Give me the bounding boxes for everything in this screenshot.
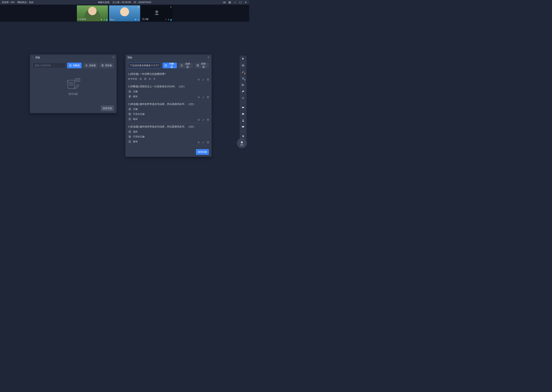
close-icon[interactable] (112, 56, 115, 59)
save-button[interactable]: 保存试卷 (196, 149, 209, 155)
quiz-name-input[interactable] (33, 63, 65, 68)
video-row: 叮当老师 × Nina × 王小明 (0, 5, 249, 22)
quiz-panel-empty: 测验 判断题 选择题 简答题 (30, 55, 116, 113)
add-judge-button[interactable]: 判断题 (67, 63, 82, 68)
participant-name: 叮当老师 (78, 18, 86, 21)
option[interactable]: A是的 (128, 130, 209, 133)
edit-icon[interactable] (202, 119, 205, 121)
person-icon[interactable] (240, 118, 246, 123)
option-text: 正确 (133, 108, 138, 111)
raise-hand-badge[interactable]: 0/2 (237, 138, 247, 148)
quiz-panel: 测验 判断题 选择题 简答题 1 [简答题] 一年四季分别是哪四季?参考答案：春… (125, 55, 212, 157)
option-text: 错译 (133, 140, 138, 143)
eraser-icon[interactable] (240, 89, 246, 94)
video-tile[interactable]: 叮当老师 (77, 5, 108, 21)
add-choice-button[interactable]: 选择题 (83, 63, 98, 68)
delete-icon[interactable] (207, 141, 209, 144)
maximize-icon[interactable] (239, 1, 242, 4)
option-text: 正确 (133, 90, 138, 93)
edit-icon[interactable] (202, 96, 205, 98)
cursor-icon[interactable] (240, 57, 246, 61)
signal-icon (170, 18, 172, 21)
option[interactable]: A正确 (128, 107, 209, 111)
empty-text: 暂无试题 (69, 92, 78, 96)
packet-loss: 丢包率：0% (2, 1, 14, 4)
question-title: 2 [判断题] 我国宪法上一次更新是在2020年。（2分） (128, 85, 209, 88)
option-letter: C (128, 117, 131, 121)
option-letter: A (128, 107, 131, 111)
edit-icon[interactable] (202, 78, 205, 81)
question-item: 3 [单选题] 施华洛世奇是反华品牌，所以梁鼎琪反华。（2分）A正确B不完全正确… (128, 101, 209, 123)
delete-icon[interactable] (207, 78, 209, 81)
folder-icon[interactable] (240, 105, 246, 110)
svg-point-26 (243, 119, 244, 120)
svg-rect-13 (138, 19, 139, 20)
back-icon[interactable] (32, 56, 34, 59)
toolbox-icon[interactable] (240, 112, 246, 116)
svg-rect-7 (104, 19, 105, 20)
edit-icon[interactable] (202, 141, 205, 144)
option[interactable]: C错译 (128, 140, 209, 143)
move-icon[interactable] (240, 63, 246, 68)
status-bar: 丢包率：0% 网络状态：良好 神秘大自然 已上课：02:34:09 ID：202… (0, 0, 249, 5)
svg-point-15 (156, 11, 157, 12)
svg-point-24 (243, 98, 243, 98)
add-judge-button[interactable]: 判断题 (163, 63, 177, 68)
delete-icon[interactable] (207, 119, 209, 121)
save-button[interactable]: 保存试卷 (101, 105, 114, 111)
svg-point-39 (76, 80, 77, 80)
chat-icon[interactable] (240, 125, 246, 129)
close-window-icon[interactable] (244, 1, 247, 4)
text-icon[interactable]: T (240, 76, 246, 81)
elapsed: 已上课：02:34:09 (113, 1, 131, 4)
option[interactable]: A正确 (128, 90, 209, 93)
move-icon[interactable] (197, 141, 200, 144)
minimize-icon[interactable] (233, 1, 237, 4)
option-letter: A (128, 90, 131, 93)
svg-rect-34 (68, 80, 74, 88)
add-short-button[interactable]: 简答题 (99, 63, 114, 68)
crosshair-icon (134, 18, 137, 21)
option[interactable]: C错误 (128, 117, 209, 121)
option[interactable]: B错误 (128, 95, 209, 98)
signal-icon (106, 18, 107, 21)
network-status: 网络状态：良好 (17, 1, 34, 4)
tool-rail: T (240, 56, 247, 140)
camera-toggle-icon[interactable] (223, 1, 226, 4)
participant-name: Nina (110, 18, 114, 21)
delete-icon[interactable] (207, 96, 209, 98)
empty-state: 暂无试题 (33, 71, 114, 102)
move-icon[interactable] (197, 96, 200, 98)
session-id: ID：2020070324 (134, 1, 151, 4)
class-title: 神秘大自然 (98, 1, 109, 4)
svg-rect-29 (69, 64, 71, 66)
close-icon[interactable]: × (138, 6, 139, 8)
svg-rect-9 (106, 19, 107, 21)
laser-icon[interactable] (240, 96, 246, 100)
option-text: 是的 (133, 130, 138, 133)
video-tile[interactable]: × Nina (109, 5, 140, 21)
add-short-button[interactable]: 简答题 (195, 63, 209, 68)
scissors-icon[interactable] (240, 83, 246, 87)
quiz-name-input[interactable] (128, 63, 161, 68)
close-icon[interactable]: × (170, 6, 172, 8)
pen-icon[interactable] (240, 70, 246, 74)
close-icon[interactable] (207, 56, 210, 59)
svg-rect-19 (170, 20, 171, 21)
question-list: 1 [简答题] 一年四季分别是哪四季?参考答案：春、夏、秋、冬 2 [判断题] … (128, 71, 211, 147)
svg-rect-0 (223, 2, 225, 3)
move-icon[interactable] (197, 78, 200, 81)
svg-point-1 (229, 2, 230, 3)
option[interactable]: B不完全正确 (128, 112, 209, 116)
video-tile[interactable]: × 王小明 (141, 5, 172, 21)
option-letter: C (128, 140, 131, 143)
add-choice-button[interactable]: 选择题 (178, 63, 193, 68)
question-item: 2 [判断题] 我国宪法上一次更新是在2020年。（2分）A正确B错误 (128, 83, 209, 101)
bell-icon[interactable] (240, 134, 246, 139)
move-icon[interactable] (197, 119, 200, 121)
option[interactable]: B不完全正确 (128, 135, 209, 138)
settings-icon[interactable] (228, 1, 231, 4)
mic-icon (103, 18, 105, 21)
option-text: 错误 (133, 95, 138, 98)
mic-icon (168, 18, 170, 21)
